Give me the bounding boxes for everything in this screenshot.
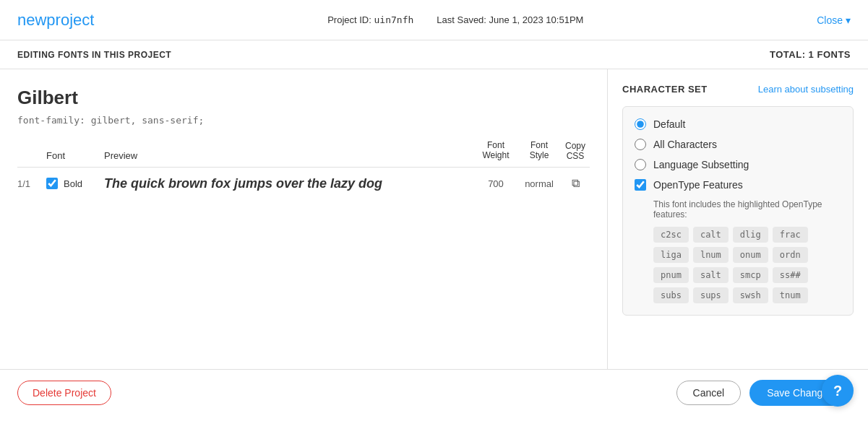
feature-tag[interactable]: subs — [653, 287, 689, 303]
character-set-panel: CHARACTER SET Learn about subsetting Def… — [608, 69, 868, 369]
feature-tag[interactable]: frac — [773, 227, 808, 243]
option-language-subsetting[interactable]: Language Subsetting — [635, 159, 841, 170]
main-content: Gilbert font-family: gilbert, sans-serif… — [0, 69, 868, 369]
feature-tag[interactable]: swsh — [733, 287, 768, 303]
last-saved-value: June 1, 2023 10:51PM — [489, 14, 584, 25]
option-all-characters-label: All Characters — [653, 139, 717, 150]
option-language-subsetting-label: Language Subsetting — [653, 159, 749, 170]
col-preview-header: Preview — [104, 150, 474, 161]
radio-all-characters[interactable] — [635, 139, 646, 150]
nav-center: Project ID: uin7nfh Last Saved: June 1, … — [327, 14, 583, 25]
feature-tags: c2sc calt dlig frac liga lnum onum ordn … — [653, 227, 841, 303]
option-default[interactable]: Default — [635, 118, 841, 130]
char-set-title: CHARACTER SET — [622, 84, 708, 95]
copy-css-button[interactable]: ⧉ — [561, 177, 590, 190]
feature-tag[interactable]: liga — [653, 247, 689, 263]
char-set-header: CHARACTER SET Learn about subsetting — [622, 84, 854, 95]
font-table-header: Font Preview FontWeight FontStyle CopyCS… — [17, 140, 590, 168]
col-copy-header: CopyCSS — [561, 141, 590, 161]
feature-tag[interactable]: calt — [693, 227, 729, 243]
chevron-down-icon: ▾ — [846, 14, 851, 26]
option-opentype-label: OpenType Features — [653, 179, 743, 191]
last-saved: Last Saved: June 1, 2023 10:51PM — [437, 14, 583, 25]
feature-tag[interactable]: ss## — [773, 267, 808, 283]
feature-tag[interactable]: ordn — [773, 247, 808, 263]
col-weight-header: FontWeight — [474, 140, 517, 161]
opentype-note: This font includes the highlighted OpenT… — [653, 199, 841, 220]
feature-tag[interactable]: pnum — [653, 267, 689, 283]
row-checkbox-container: Bold — [46, 178, 104, 189]
project-id-value: uin7nfh — [374, 14, 414, 25]
row-number: 1/1 — [17, 178, 46, 189]
learn-link[interactable]: Learn about subsetting — [758, 84, 854, 95]
top-nav: newproject Project ID: uin7nfh Last Save… — [0, 0, 868, 40]
cancel-button[interactable]: Cancel — [676, 381, 742, 405]
feature-tag[interactable]: c2sc — [653, 227, 689, 243]
editing-label: EDITING FONTS IN THIS PROJECT — [17, 50, 171, 60]
font-checkbox[interactable] — [46, 178, 58, 189]
total-fonts-label: TOTAL: 1 FONTS — [770, 49, 851, 60]
checkbox-opentype[interactable] — [635, 179, 646, 191]
feature-tag[interactable]: tnum — [773, 287, 808, 303]
feature-tag[interactable]: smcp — [733, 267, 768, 283]
project-title: newproject — [17, 11, 94, 30]
copy-icon: ⧉ — [572, 177, 580, 189]
col-font-header: Font — [46, 150, 104, 161]
font-weight-value: 700 — [474, 178, 517, 189]
option-opentype[interactable]: OpenType Features — [635, 179, 841, 191]
feature-tag[interactable]: lnum — [693, 247, 729, 263]
help-button[interactable]: ? — [822, 375, 854, 407]
option-all-characters[interactable]: All Characters — [635, 139, 841, 150]
sub-header: EDITING FONTS IN THIS PROJECT TOTAL: 1 F… — [0, 40, 868, 69]
radio-default[interactable] — [635, 118, 646, 130]
radio-panel: Default All Characters Language Subsetti… — [622, 106, 854, 316]
delete-project-button[interactable]: Delete Project — [17, 381, 111, 405]
font-style-value: normal — [517, 178, 561, 189]
footer: Delete Project Cancel Save Changes — [0, 369, 868, 415]
option-default-label: Default — [653, 118, 685, 130]
close-button[interactable]: Close ▾ — [817, 14, 851, 26]
feature-tag[interactable]: salt — [693, 267, 729, 283]
table-row: 1/1 Bold The quick brown fox jumps over … — [17, 168, 590, 200]
feature-tag[interactable]: sups — [693, 287, 729, 303]
font-css-code: font-family: gilbert, sans-serif; — [17, 115, 590, 126]
font-name: Gilbert — [17, 87, 590, 109]
font-editor: Gilbert font-family: gilbert, sans-serif… — [0, 69, 608, 369]
feature-tag[interactable]: dlig — [733, 227, 768, 243]
font-label: Bold — [64, 178, 82, 189]
radio-language-subsetting[interactable] — [635, 159, 646, 170]
font-preview: The quick brown fox jumps over the lazy … — [104, 176, 474, 191]
help-icon: ? — [833, 383, 842, 399]
project-id-label: Project ID: uin7nfh — [327, 14, 413, 25]
feature-tag[interactable]: onum — [733, 247, 768, 263]
col-style-header: FontStyle — [517, 140, 561, 161]
